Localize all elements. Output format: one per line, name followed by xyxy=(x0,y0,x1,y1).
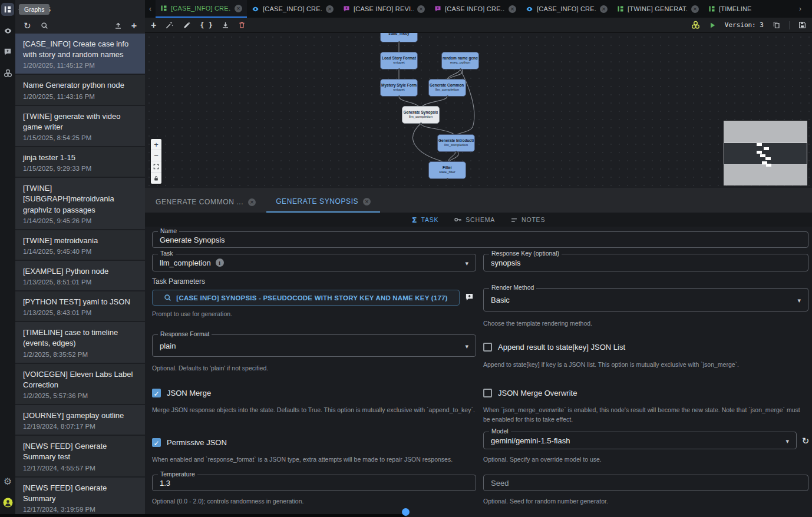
list-item[interactable]: [TWINE] metroidvania1/14/2025, 9:45:40 P… xyxy=(15,230,145,261)
search-icon[interactable] xyxy=(41,22,48,29)
list-item[interactable]: [TWINE] generate with video game writer1… xyxy=(15,106,145,147)
sidebar-toolbar: ↻ + xyxy=(15,18,145,34)
permissive-json-checkbox[interactable]: Permissive JSON xyxy=(152,438,227,447)
graph-tab[interactable]: [CASE_INFO] CRE... xyxy=(521,0,612,18)
graph-tab[interactable]: [TWINE] GENERAT... xyxy=(612,0,704,18)
magic-wand-icon[interactable] xyxy=(165,21,174,29)
graphviz-nav-button[interactable] xyxy=(1,67,14,79)
close-icon[interactable] xyxy=(248,198,256,206)
close-icon[interactable] xyxy=(691,5,699,13)
tab-task[interactable]: Σ TASK xyxy=(412,216,439,224)
graph-tab-bar: ‹ [CASE_INFO] CRE... [CASE_INFO] CRE... … xyxy=(145,0,812,18)
close-icon[interactable] xyxy=(326,5,334,13)
graphviz-icon[interactable] xyxy=(691,21,700,29)
list-item[interactable]: jinja tester 1-151/15/2025, 9:29:33 PM xyxy=(15,147,145,178)
chevron-down-icon xyxy=(785,435,789,446)
response-key-field[interactable]: Response Key (optional) synopsis xyxy=(483,254,808,271)
graph-node-selected[interactable]: Generate Synopsis llm_completion xyxy=(402,106,440,124)
preview-nav-button[interactable] xyxy=(1,24,14,37)
graph-node[interactable]: random name genera... exec_python xyxy=(441,52,479,69)
fit-view-button[interactable] xyxy=(151,161,161,173)
tab-notes[interactable]: NOTES xyxy=(510,216,545,224)
new-prompt-button[interactable] xyxy=(463,291,475,303)
close-icon[interactable] xyxy=(509,5,516,13)
seed-field[interactable]: Seed xyxy=(483,475,808,491)
response-format-select[interactable]: Response Format plain xyxy=(152,334,476,357)
graph-tab[interactable]: [CASE_INFO] CRE... xyxy=(156,0,247,18)
bottom-scrollbar-track[interactable] xyxy=(0,514,405,517)
upload-icon[interactable] xyxy=(114,22,122,29)
download-icon[interactable] xyxy=(222,21,229,29)
list-item[interactable]: [TIMELINE] case to timeline (events, edg… xyxy=(15,322,145,363)
render-method-select[interactable]: Render Method Basic xyxy=(483,288,808,311)
copy-icon[interactable] xyxy=(773,21,780,29)
close-icon[interactable] xyxy=(600,5,608,13)
list-item[interactable]: [NEWS FEED] Generate Summary12/17/2024, … xyxy=(15,478,145,517)
refresh-models-icon[interactable]: ↻ xyxy=(800,435,811,446)
node-tab-bar: GENERATE COMMON ... GENERATE SYNOPSIS xyxy=(145,188,812,213)
add-node-icon[interactable]: + xyxy=(151,21,156,30)
add-graph-icon[interactable]: + xyxy=(131,21,137,31)
list-item[interactable]: [JOURNEY] gameplay outline12/19/2024, 8:… xyxy=(15,405,145,436)
graph-canvas[interactable]: state_mkey Load Story Format snippet ran… xyxy=(145,33,812,188)
graph-tab[interactable]: [TIMELINE xyxy=(704,0,795,18)
delete-icon[interactable] xyxy=(238,21,246,29)
graph-tab[interactable]: [CASE_INFO] CRE... xyxy=(247,0,338,18)
graph-node[interactable]: Generate Common Info llm_completion xyxy=(428,79,466,97)
close-icon[interactable] xyxy=(235,5,242,12)
list-item[interactable]: [TWINE][SUBGRAPH]metroidvania graphviz t… xyxy=(15,178,145,230)
zoom-out-button[interactable]: − xyxy=(151,150,161,161)
detail-tab-bar: Σ TASK SCHEMA NOTES xyxy=(145,213,812,227)
lock-button[interactable] xyxy=(151,173,161,184)
run-icon[interactable] xyxy=(709,22,716,29)
settings-button[interactable]: ⚙ xyxy=(1,475,14,488)
json-merge-overwrite-checkbox[interactable]: JSON Merge Overwrite xyxy=(483,389,577,397)
sigma-icon: Σ xyxy=(412,216,418,224)
list-item[interactable]: [CASE_INFO] Create case info with story … xyxy=(15,34,145,75)
prompts-nav-button[interactable] xyxy=(1,45,14,58)
graph-tab[interactable]: [CASE INFO] CRE... xyxy=(430,0,521,18)
name-field[interactable]: Name Generate Synopsis xyxy=(152,231,808,248)
comment-add-icon xyxy=(434,5,441,12)
minimap[interactable] xyxy=(724,121,807,185)
panel-resize-handle[interactable] xyxy=(402,508,410,516)
graph-node[interactable]: Filter state_filter xyxy=(428,161,466,179)
close-icon[interactable] xyxy=(363,198,371,206)
node-tab-active[interactable]: GENERATE SYNOPSIS xyxy=(266,191,380,213)
node-tab[interactable]: GENERATE COMMON ... xyxy=(146,191,265,213)
list-item[interactable]: [VOICEGEN] Eleven Labs Label Correction1… xyxy=(15,364,145,405)
tabs-scroll-right[interactable]: › xyxy=(795,0,806,18)
model-select[interactable]: Model gemini/gemini-1.5-flash xyxy=(483,432,797,449)
prompt-select-button[interactable]: [CASE INFO] SYNOPSIS - PSEUDOCODE WITH S… xyxy=(152,290,460,306)
list-item[interactable]: [PYTHON TEST] yaml to JSON1/13/2025, 8:4… xyxy=(15,291,145,322)
graph-node[interactable]: Load Story Format snippet xyxy=(380,52,418,69)
checkbox-icon xyxy=(483,343,492,352)
eye-icon xyxy=(526,5,533,13)
graph-node[interactable]: Generate Introduction llm_completion xyxy=(437,134,475,152)
canvas-zoom-controls: + − xyxy=(151,139,161,184)
info-icon[interactable] xyxy=(216,258,224,267)
json-braces-icon[interactable]: { } xyxy=(200,21,213,29)
list-item[interactable]: Name Generator python node1/20/2025, 11:… xyxy=(15,75,145,105)
tab-schema[interactable]: SCHEMA xyxy=(454,216,495,224)
save-icon[interactable] xyxy=(798,21,806,29)
json-merge-caption: Merge JSON response objects into the sta… xyxy=(152,405,476,415)
refresh-icon[interactable]: ↻ xyxy=(24,21,31,30)
edit-icon[interactable] xyxy=(183,21,191,29)
temperature-field[interactable]: Temperature 1.3 xyxy=(152,475,476,491)
render-method-caption: Choose the template rendering method. xyxy=(483,319,592,328)
account-button[interactable] xyxy=(1,496,14,509)
list-item[interactable]: [NEWS FEED] Generate Summary test12/17/2… xyxy=(15,436,145,477)
json-merge-checkbox[interactable]: JSON Merge xyxy=(152,389,211,397)
graphs-nav-button[interactable] xyxy=(1,3,14,16)
task-select[interactable]: Task llm_completion xyxy=(152,254,476,271)
close-icon[interactable] xyxy=(417,5,425,13)
zoom-in-button[interactable]: + xyxy=(151,139,161,150)
tabs-scroll-left[interactable]: ‹ xyxy=(145,0,156,18)
json-merge-overwrite-caption: When `json_merge_overwrite` is enabled, … xyxy=(483,405,808,425)
graph-tab[interactable]: [CASE INFO] REVI... xyxy=(338,0,430,18)
list-item[interactable]: [EXAMPLE] Python node1/13/2025, 8:51:01 … xyxy=(15,261,145,291)
append-list-checkbox[interactable]: Append result to state[key] JSON List xyxy=(483,343,625,352)
graph-node[interactable]: state_mkey xyxy=(380,33,418,42)
graph-node[interactable]: Mystery Style Format... snippet xyxy=(380,79,418,97)
